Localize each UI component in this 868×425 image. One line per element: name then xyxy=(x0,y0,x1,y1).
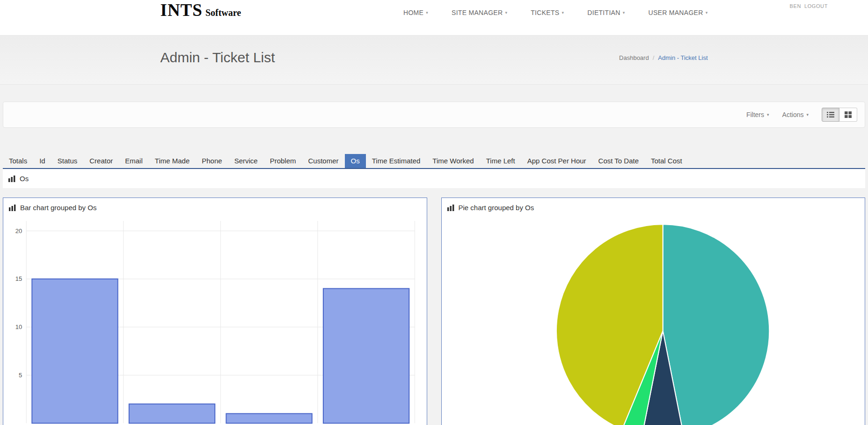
bar xyxy=(323,288,409,423)
tab-id[interactable]: Id xyxy=(33,154,51,168)
chevron-down-icon: ▾ xyxy=(706,10,708,15)
y-tick-label: 5 xyxy=(19,372,22,379)
charts-row: Bar chart grouped by Os 5101520 Pie char… xyxy=(3,198,865,425)
breadcrumb-current-link[interactable]: Admin - Ticket List xyxy=(658,54,708,61)
pie-chart-panel: Pie chart grouped by Os xyxy=(441,198,866,425)
page-header: Admin - Ticket List Dashboard / Admin - … xyxy=(0,36,868,85)
chevron-down-icon: ▾ xyxy=(426,10,428,15)
chevron-down-icon: ▾ xyxy=(767,112,769,117)
bar-chart-title: Bar chart grouped by Os xyxy=(20,204,96,212)
pie-slice xyxy=(663,224,769,425)
bar xyxy=(129,404,215,423)
y-tick-label: 15 xyxy=(15,275,22,282)
tab-email[interactable]: Email xyxy=(119,154,149,168)
logout-link[interactable]: LOGOUT xyxy=(804,3,828,9)
bar-chart-svg: 5101520 xyxy=(3,216,427,425)
nav-item-home[interactable]: HOME▾ xyxy=(403,9,428,16)
y-tick-label: 10 xyxy=(15,323,22,330)
main-nav: HOME▾SITE MANAGER▾TICKETS▾DIETITIAN▾USER… xyxy=(403,9,708,20)
column-tab-bar: TotalsIdStatusCreatorEmailTime MadePhone… xyxy=(3,154,865,169)
nav-item-dietitian[interactable]: DIETITIAN▾ xyxy=(587,9,625,16)
chevron-down-icon: ▾ xyxy=(623,10,625,15)
bar-chart-icon xyxy=(447,205,454,211)
list-view-icon xyxy=(827,111,834,118)
breadcrumb: Dashboard / Admin - Ticket List xyxy=(619,54,708,61)
pie-chart-panel-header: Pie chart grouped by Os xyxy=(442,198,865,216)
actions-dropdown-button[interactable]: Actions ▾ xyxy=(782,111,809,118)
chevron-down-icon: ▾ xyxy=(806,112,809,117)
list-view-button[interactable] xyxy=(822,108,839,122)
tab-time-worked[interactable]: Time Worked xyxy=(426,154,480,168)
tab-service[interactable]: Service xyxy=(228,154,264,168)
nav-item-label: HOME xyxy=(403,9,423,16)
tab-status[interactable]: Status xyxy=(51,154,84,168)
tab-phone[interactable]: Phone xyxy=(196,154,228,168)
nav-item-label: SITE MANAGER xyxy=(452,9,503,16)
tab-time-left[interactable]: Time Left xyxy=(480,154,521,168)
section-title: Os xyxy=(20,175,29,183)
nav-item-user-manager[interactable]: USER MANAGER▾ xyxy=(648,9,708,16)
bar-chart-icon xyxy=(8,176,15,182)
section-strip: Os xyxy=(3,169,865,188)
bar-chart-panel-header: Bar chart grouped by Os xyxy=(3,198,427,216)
tab-total-cost[interactable]: Total Cost xyxy=(645,154,688,168)
nav-item-tickets[interactable]: TICKETS▾ xyxy=(531,9,564,16)
filters-dropdown-button[interactable]: Filters ▾ xyxy=(746,111,769,118)
grid-view-button[interactable] xyxy=(839,108,857,122)
breadcrumb-dashboard-link[interactable]: Dashboard xyxy=(619,54,649,61)
nav-item-label: USER MANAGER xyxy=(648,9,703,16)
chevron-down-icon: ▾ xyxy=(562,10,564,15)
bar-chart-panel: Bar chart grouped by Os 5101520 xyxy=(3,198,427,425)
nav-item-label: TICKETS xyxy=(531,9,559,16)
user-name-link[interactable]: BEN xyxy=(790,3,801,9)
nav-item-label: DIETITIAN xyxy=(587,9,620,16)
y-tick-label: 20 xyxy=(15,227,22,234)
user-session-links: BEN LOGOUT xyxy=(790,3,828,9)
tab-creator[interactable]: Creator xyxy=(83,154,119,168)
tab-customer[interactable]: Customer xyxy=(302,154,345,168)
bar-chart-body: 5101520 xyxy=(3,216,427,425)
grid-view-icon xyxy=(845,111,852,118)
logo-secondary-text: Software xyxy=(205,7,241,18)
tab-time-estimated[interactable]: Time Estimated xyxy=(366,154,427,168)
page-title: Admin - Ticket List xyxy=(160,50,275,66)
grid-toolbar: Filters ▾ Actions ▾ xyxy=(3,102,865,128)
logo-primary-text: INTS xyxy=(160,0,203,20)
bar xyxy=(32,279,117,423)
tab-time-made[interactable]: Time Made xyxy=(149,154,196,168)
tab-app-cost-per-hour[interactable]: App Cost Per Hour xyxy=(521,154,592,168)
pie-chart-title: Pie chart grouped by Os xyxy=(459,204,534,212)
view-toggle-group xyxy=(822,108,857,122)
bar-chart-icon xyxy=(9,205,16,211)
nav-item-site-manager[interactable]: SITE MANAGER▾ xyxy=(452,9,507,16)
topbar: BEN LOGOUT INTSSoftware HOME▾SITE MANAGE… xyxy=(0,0,868,36)
pie-chart-body xyxy=(442,216,865,425)
app-logo[interactable]: INTSSoftware xyxy=(160,0,241,20)
tab-os[interactable]: Os xyxy=(345,154,366,168)
breadcrumb-separator: / xyxy=(653,54,655,61)
chevron-down-icon: ▾ xyxy=(505,10,507,15)
filters-label: Filters xyxy=(746,111,764,118)
tab-cost-to-date[interactable]: Cost To Date xyxy=(592,154,645,168)
pie-chart-svg xyxy=(442,216,865,425)
tab-totals[interactable]: Totals xyxy=(3,154,33,168)
tab-problem[interactable]: Problem xyxy=(264,154,302,168)
actions-label: Actions xyxy=(782,111,804,118)
bar xyxy=(226,414,312,424)
